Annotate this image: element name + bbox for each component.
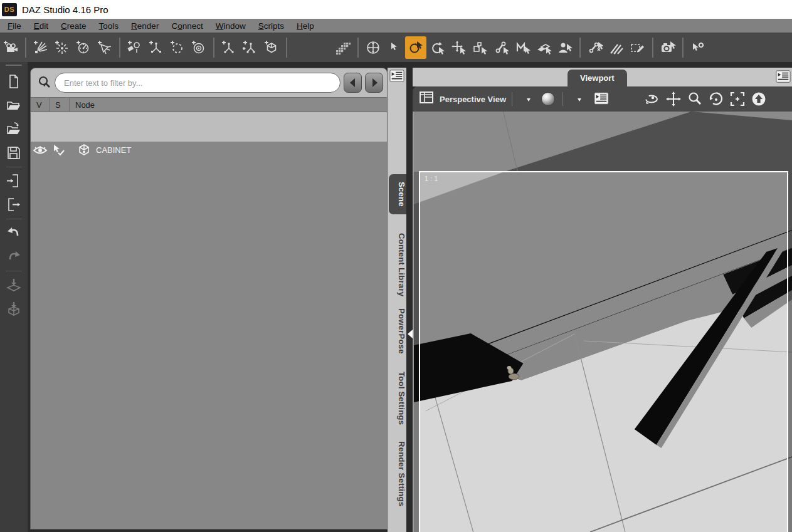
camera-dropdown-icon[interactable] — [520, 90, 537, 108]
menu-bar: FileEditCreateToolsRenderConnectWindowSc… — [0, 19, 792, 33]
toolbar-grip[interactable] — [6, 65, 22, 66]
column-visible[interactable]: V — [31, 100, 49, 110]
activepose-tool-button[interactable] — [490, 36, 512, 59]
figure-selection-tool-button[interactable] — [554, 36, 576, 59]
toolbar-separator — [213, 38, 214, 58]
nav-rotate-icon[interactable] — [705, 90, 727, 108]
geometry-editor-button[interactable] — [606, 36, 627, 59]
window-title: DAZ Studio 4.16 Pro — [22, 4, 108, 15]
tab-tool-settings[interactable]: Tool Settings — [389, 364, 406, 432]
undo-button[interactable] — [3, 224, 24, 243]
menu-file[interactable]: File — [1, 20, 28, 32]
app-logo-icon: DS — [2, 3, 17, 16]
dock-tab-strip: SceneContent LibraryPowerPoseTool Settin… — [388, 68, 406, 532]
scene-tree[interactable]: CABINET — [31, 142, 387, 529]
camera-selector[interactable]: Perspective View — [440, 95, 506, 104]
aspect-ratio-label: 1 : 1 — [425, 175, 438, 182]
new-node-instance-button[interactable] — [240, 36, 261, 59]
menu-render[interactable]: Render — [125, 20, 165, 32]
tab-content-library[interactable]: Content Library — [389, 226, 406, 304]
nav-orbit-icon[interactable] — [642, 90, 663, 108]
new-camera-button[interactable] — [0, 36, 21, 59]
viewport-menu-icon[interactable] — [594, 92, 609, 106]
visibility-eye-icon[interactable] — [31, 142, 49, 159]
toolbar-separator — [286, 38, 287, 58]
new-null-button[interactable] — [167, 36, 188, 59]
column-node[interactable]: Node — [70, 100, 95, 110]
drawstyle-dropdown-icon[interactable] — [571, 90, 588, 108]
new-primitive-cube-button[interactable] — [261, 36, 282, 59]
scene-filter-input[interactable] — [55, 73, 341, 93]
save-file-button[interactable] — [3, 143, 24, 162]
splitter-collapse-arrow[interactable] — [408, 330, 413, 338]
tab-powerpose[interactable]: PowerPose — [389, 301, 406, 362]
pane-options-icon[interactable] — [389, 70, 404, 83]
scene-node-row[interactable]: CABINET — [31, 142, 387, 159]
selectable-cursor-icon[interactable] — [49, 142, 67, 159]
nav-aim-icon[interactable] — [748, 90, 769, 108]
new-scene-button[interactable] — [3, 72, 24, 91]
scene-filter-bar — [31, 68, 387, 97]
new-point-light-button[interactable] — [51, 36, 73, 59]
daz-studio-window: DS DAZ Studio 4.16 Pro FileEditCreateToo… — [0, 0, 792, 532]
export-file-button[interactable] — [3, 196, 24, 214]
menu-window[interactable]: Window — [209, 20, 252, 32]
tab-render-settings[interactable]: Render Settings — [389, 434, 406, 514]
new-linear-point-light-button[interactable] — [94, 36, 115, 59]
menu-connect[interactable]: Connect — [165, 20, 209, 32]
send-to-bridge-button[interactable] — [3, 300, 24, 318]
joint-editor-button[interactable] — [584, 36, 606, 59]
3d-scene[interactable]: 1 : 1 — [414, 112, 792, 532]
column-selectable[interactable]: S — [50, 100, 69, 110]
menu-help[interactable]: Help — [290, 20, 320, 32]
toolbar-separator — [579, 38, 581, 58]
file-toolbar — [0, 62, 28, 532]
region-navigator-button[interactable] — [627, 36, 648, 59]
nav-pan-icon[interactable] — [663, 90, 684, 108]
filter-forward-button[interactable] — [365, 73, 383, 93]
translate-tool-button[interactable] — [448, 36, 469, 59]
aux-viewport-grid-button[interactable] — [332, 36, 354, 59]
send-to-app-button[interactable] — [3, 276, 24, 295]
new-spotlight-button[interactable] — [73, 36, 94, 59]
viewport-options-icon[interactable] — [776, 70, 791, 84]
viewport-tab-row: Viewport — [413, 68, 792, 86]
dock-splitter[interactable] — [406, 68, 413, 532]
node-selection-settings-button[interactable] — [687, 36, 709, 59]
viewport-canvas[interactable]: 1 : 1 — [413, 112, 792, 532]
import-file-button[interactable] — [3, 172, 24, 190]
node-cube-icon — [76, 142, 92, 159]
menu-edit[interactable]: Edit — [28, 20, 55, 32]
new-primitive-button[interactable] — [124, 36, 145, 59]
tab-scene[interactable]: Scene — [389, 174, 406, 214]
filter-search-icon[interactable] — [34, 75, 55, 91]
toolbar-separator — [652, 38, 653, 58]
new-group-button[interactable] — [145, 36, 167, 59]
open-file-button[interactable] — [3, 96, 24, 115]
surface-selection-tool-button[interactable] — [533, 36, 554, 59]
toolbar-separator — [357, 38, 359, 58]
tab-viewport[interactable]: Viewport — [568, 70, 627, 86]
nav-zoom-icon[interactable] — [684, 90, 705, 108]
redo-button[interactable] — [3, 248, 24, 266]
rotate-tool-button[interactable] — [426, 36, 448, 59]
filter-back-button[interactable] — [344, 73, 362, 93]
menu-create[interactable]: Create — [55, 20, 93, 32]
scene-navigator-button[interactable] — [362, 36, 384, 59]
spot-render-button[interactable] — [657, 36, 678, 59]
menu-scripts[interactable]: Scripts — [252, 20, 290, 32]
scale-tool-button[interactable] — [469, 36, 490, 59]
node-label[interactable]: CABINET — [96, 145, 131, 155]
node-selection-button[interactable] — [384, 36, 405, 59]
merge-file-button[interactable] — [3, 120, 24, 138]
universal-tool-button[interactable] — [405, 36, 426, 59]
new-node-button[interactable] — [218, 36, 240, 59]
new-distant-light-button[interactable] — [30, 36, 51, 59]
drawstyle-sphere-icon[interactable] — [541, 92, 555, 106]
new-instance-button[interactable] — [188, 36, 209, 59]
powerpose-tool-button[interactable] — [512, 36, 533, 59]
pane-layout-icon[interactable] — [419, 90, 435, 108]
menu-tools[interactable]: Tools — [93, 20, 125, 32]
nav-frame-icon[interactable] — [727, 90, 748, 108]
toolbar-separator — [682, 38, 684, 58]
